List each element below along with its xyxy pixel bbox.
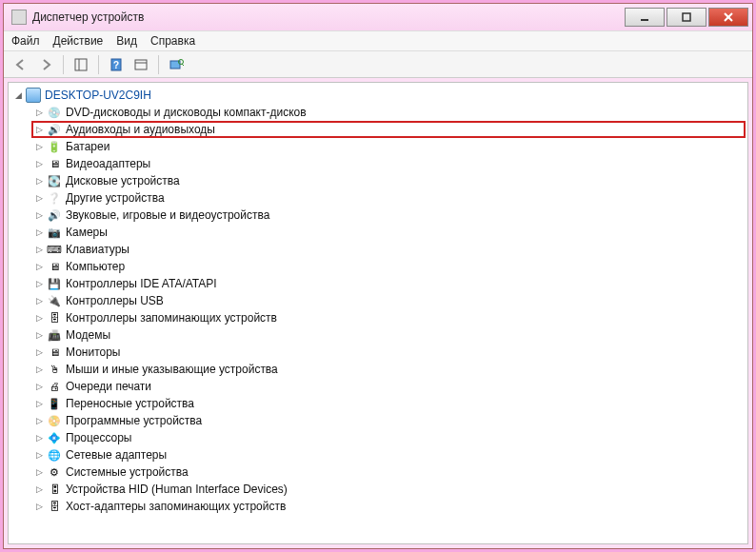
- show-hide-tree-button[interactable]: [70, 54, 92, 75]
- category-label: Аудиовходы и аудиовыходы: [66, 123, 215, 136]
- device-category-node[interactable]: ▷🖥Мониторы: [31, 344, 746, 361]
- category-label: Устройства HID (Human Interface Devices): [66, 483, 288, 496]
- expand-icon[interactable]: ▷: [33, 141, 45, 152]
- category-icon: ⌨: [47, 242, 62, 257]
- expand-icon[interactable]: ▷: [33, 466, 45, 478]
- device-category-node[interactable]: ▷🔋Батареи: [31, 138, 746, 155]
- menu-file[interactable]: Файл: [11, 34, 40, 48]
- category-icon: 🖥: [47, 259, 62, 274]
- expand-icon[interactable]: ▷: [33, 124, 45, 135]
- expand-icon[interactable]: ▷: [33, 209, 45, 221]
- device-category-node[interactable]: ▷🔊Аудиовходы и аудиовыходы: [31, 121, 746, 138]
- expand-icon[interactable]: ▷: [33, 192, 45, 204]
- minimize-button[interactable]: [625, 8, 665, 27]
- category-label: Батареи: [66, 140, 109, 153]
- device-category-node[interactable]: ▷🔌Контроллеры USB: [31, 292, 746, 309]
- menu-action[interactable]: Действие: [53, 34, 104, 48]
- device-category-node[interactable]: ▷🗄Контроллеры запоминающих устройств: [31, 309, 746, 326]
- expand-icon[interactable]: ▷: [33, 158, 45, 169]
- expand-icon[interactable]: ▷: [33, 107, 45, 118]
- menu-view[interactable]: Вид: [116, 34, 137, 48]
- device-category-node[interactable]: ▷❔Другие устройства: [31, 189, 746, 207]
- device-tree-panel[interactable]: ◢ DESKTOP-UV2C9IH ▷💿DVD-дисководы и диск…: [8, 82, 748, 544]
- category-label: Системные устройства: [66, 465, 189, 479]
- category-label: Очереди печати: [66, 380, 151, 393]
- maximize-icon: [682, 12, 691, 22]
- device-category-node[interactable]: ▷💠Процессоры: [31, 429, 746, 446]
- category-label: Контроллеры IDE ATA/ATAPI: [66, 277, 217, 290]
- toolbar-separator: [158, 55, 159, 74]
- scan-hardware-button[interactable]: [165, 54, 188, 75]
- category-icon: 🔋: [47, 139, 62, 154]
- category-icon: 🔌: [47, 293, 62, 308]
- category-label: Звуковые, игровые и видеоустройства: [66, 208, 269, 222]
- category-label: Контроллеры USB: [66, 294, 164, 307]
- expand-icon[interactable]: ▷: [33, 312, 45, 324]
- device-category-node[interactable]: ▷⚙Системные устройства: [31, 463, 746, 481]
- expand-icon[interactable]: ▷: [33, 364, 45, 375]
- device-category-node[interactable]: ▷💾Контроллеры IDE ATA/ATAPI: [31, 275, 746, 292]
- device-category-node[interactable]: ▷💽Дисковые устройства: [31, 172, 746, 189]
- help-button[interactable]: ?: [105, 54, 128, 75]
- maximize-button[interactable]: [666, 8, 706, 27]
- device-category-node[interactable]: ▷🖥Видеоадаптеры: [31, 155, 746, 172]
- device-category-node[interactable]: ▷🗄Хост-адаптеры запоминающих устройств: [31, 498, 746, 515]
- category-icon: 📠: [47, 327, 62, 343]
- expand-icon[interactable]: ▷: [33, 501, 45, 512]
- device-category-node[interactable]: ▷⌨Клавиатуры: [31, 241, 746, 258]
- close-icon: [724, 12, 733, 22]
- category-icon: 💽: [47, 173, 62, 188]
- device-category-node[interactable]: ▷🔊Звуковые, игровые и видеоустройства: [31, 207, 746, 224]
- expand-icon[interactable]: ▷: [33, 329, 45, 341]
- expand-icon[interactable]: ▷: [33, 278, 45, 289]
- expand-icon[interactable]: ▷: [33, 432, 45, 444]
- category-icon: 🔊: [47, 122, 62, 137]
- back-button[interactable]: [10, 54, 32, 75]
- category-icon: ⚙: [47, 464, 62, 480]
- titlebar[interactable]: Диспетчер устройств: [4, 4, 752, 30]
- svg-text:?: ?: [113, 60, 119, 70]
- device-manager-window: Диспетчер устройств Файл Действие Вид Сп…: [3, 3, 753, 549]
- device-category-node[interactable]: ▷📷Камеры: [31, 224, 746, 241]
- toolbar-separator: [63, 55, 64, 74]
- category-icon: 📱: [47, 396, 62, 411]
- category-icon: ❔: [47, 190, 62, 206]
- expand-icon[interactable]: ▷: [33, 261, 45, 272]
- device-category-node[interactable]: ▷📱Переносные устройства: [31, 395, 746, 412]
- menu-help[interactable]: Справка: [150, 34, 195, 48]
- device-category-node[interactable]: ▷🖥Компьютер: [31, 258, 746, 275]
- computer-root-node[interactable]: ◢ DESKTOP-UV2C9IH: [10, 87, 746, 104]
- category-icon: 📷: [47, 225, 62, 240]
- device-category-node[interactable]: ▷🎛Устройства HID (Human Interface Device…: [31, 481, 746, 498]
- device-category-node[interactable]: ▷📀Программные устройства: [31, 412, 746, 429]
- svg-rect-1: [683, 13, 690, 21]
- expand-icon[interactable]: ▷: [33, 381, 45, 392]
- expand-icon[interactable]: ▷: [33, 175, 45, 187]
- close-button[interactable]: [708, 8, 748, 27]
- expand-icon[interactable]: ▷: [33, 483, 45, 495]
- expand-icon[interactable]: ▷: [33, 346, 45, 358]
- category-label: Другие устройства: [66, 191, 165, 205]
- category-icon: 🖱: [47, 362, 62, 377]
- expand-icon[interactable]: ▷: [33, 449, 45, 461]
- expand-icon[interactable]: ▷: [33, 415, 45, 426]
- expand-icon[interactable]: ▷: [33, 244, 45, 255]
- device-category-node[interactable]: ▷📠Модемы: [31, 326, 746, 344]
- category-label: Мыши и иные указывающие устройства: [66, 363, 278, 376]
- category-label: DVD-дисководы и дисководы компакт-дисков: [66, 106, 307, 119]
- expand-icon[interactable]: ▷: [33, 227, 45, 238]
- help-icon: ?: [109, 58, 123, 71]
- expand-icon[interactable]: ▷: [33, 295, 45, 306]
- computer-name-label: DESKTOP-UV2C9IH: [45, 89, 151, 102]
- device-category-node[interactable]: ▷🌐Сетевые адаптеры: [31, 446, 746, 463]
- category-label: Контроллеры запоминающих устройств: [66, 311, 277, 325]
- device-tree: ◢ DESKTOP-UV2C9IH ▷💿DVD-дисководы и диск…: [10, 87, 746, 515]
- properties-button[interactable]: [129, 54, 152, 75]
- collapse-icon[interactable]: ◢: [12, 89, 24, 101]
- forward-button[interactable]: [34, 54, 57, 75]
- device-category-node[interactable]: ▷🖱Мыши и иные указывающие устройства: [31, 361, 746, 378]
- svg-line-12: [182, 64, 184, 66]
- expand-icon[interactable]: ▷: [33, 398, 45, 409]
- device-category-node[interactable]: ▷🖨Очереди печати: [31, 378, 746, 395]
- device-category-node[interactable]: ▷💿DVD-дисководы и дисководы компакт-диск…: [31, 104, 746, 121]
